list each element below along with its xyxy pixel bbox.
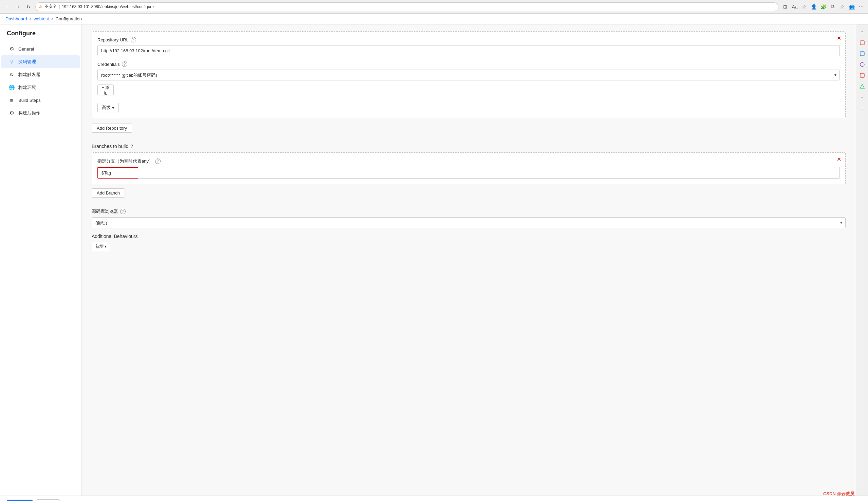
- repository-url-wrapper: [97, 45, 840, 56]
- branches-to-build-section-label: Branches to build ?: [92, 143, 846, 149]
- branch-spec-section: ✕ 指定分支（为空时代表any） ?: [92, 152, 846, 184]
- refresh-button[interactable]: ↻: [24, 3, 33, 11]
- back-button[interactable]: ←: [3, 3, 11, 11]
- more-button[interactable]: ⋯: [857, 3, 865, 11]
- branch-spec-close-button[interactable]: ✕: [835, 156, 843, 163]
- security-warning-icon: ⚠: [39, 4, 42, 9]
- sidebar-label-post-build: 构建后操作: [18, 110, 40, 116]
- credentials-help-icon[interactable]: ?: [122, 62, 127, 67]
- new-button-wrapper: 新增 ▾: [92, 242, 846, 251]
- forward-button[interactable]: →: [13, 3, 22, 11]
- add-repository-wrapper: Add Repository: [92, 124, 846, 138]
- add-branch-wrapper: Add Branch: [92, 188, 846, 203]
- extensions-button[interactable]: 🧩: [819, 3, 827, 11]
- add-branch-label: Add Branch: [97, 190, 120, 195]
- add-repository-button[interactable]: Add Repository: [92, 124, 132, 133]
- svg-rect-1: [860, 52, 864, 56]
- advanced-label: 高级: [102, 105, 111, 111]
- toolbar-icon5: [859, 84, 865, 89]
- icon2-button[interactable]: [857, 49, 867, 58]
- sidebar-label-build-triggers: 构建触发器: [18, 72, 40, 78]
- collections-button[interactable]: ☆: [838, 3, 846, 11]
- add-credentials-button[interactable]: + 添加: [97, 85, 114, 95]
- additional-behaviours-label: Additional Behaviours: [92, 234, 846, 239]
- advanced-wrapper: 高级 ▾: [97, 99, 840, 113]
- advanced-button[interactable]: 高级 ▾: [97, 103, 119, 113]
- svg-point-2: [860, 63, 864, 66]
- split-button[interactable]: ⧉: [829, 3, 837, 11]
- svg-rect-3: [860, 73, 864, 77]
- content-area: ✕ Repository URL ? Credentials ? root/**…: [82, 24, 856, 495]
- translate-button[interactable]: ⊞: [781, 3, 789, 11]
- sidebar-title: Configure: [0, 30, 81, 42]
- sidebar-item-build-triggers[interactable]: ↻ 构建触发器: [1, 68, 80, 81]
- source-browser-help-icon[interactable]: ?: [120, 209, 126, 214]
- icon5-button[interactable]: [857, 82, 867, 91]
- source-browser-label: 源码库浏览器 ?: [92, 209, 846, 214]
- icon1-button[interactable]: [857, 38, 867, 47]
- add-credentials-wrapper: + 添加: [97, 85, 840, 95]
- sidebar-label-build-env: 构建环境: [18, 85, 36, 90]
- sidebar-label-general: General: [18, 46, 34, 52]
- credentials-select[interactable]: root/****** (gitlab的账号密码): [97, 70, 840, 81]
- sidebar-item-post-build[interactable]: ⚙ 构建后操作: [1, 107, 80, 119]
- browser-actions: ⊞ Aa ☆ 👤 🧩 ⧉ ☆ 👥 ⋯: [781, 3, 865, 11]
- breadcrumb-webtest[interactable]: webtest: [34, 16, 49, 21]
- branch-spec-help-icon[interactable]: ?: [155, 159, 161, 164]
- env-icon: 🌐: [8, 85, 15, 90]
- add-branch-button[interactable]: Add Branch: [92, 188, 125, 198]
- separator-1: >: [29, 16, 32, 21]
- credentials-select-wrapper: root/****** (gitlab的账号密码) ▾: [97, 70, 840, 81]
- separator: |: [59, 4, 60, 9]
- steps-icon: ≡: [8, 97, 15, 103]
- repository-section: ✕ Repository URL ? Credentials ? root/**…: [92, 31, 846, 118]
- new-behaviour-button[interactable]: 新增 ▾: [92, 242, 110, 251]
- sidebar-item-build-env[interactable]: 🌐 构建环境: [1, 81, 80, 94]
- add-button[interactable]: +: [857, 92, 867, 102]
- sidebar-item-build-steps[interactable]: ≡ Build Steps: [1, 94, 80, 107]
- breadcrumb-dashboard[interactable]: Dashboard: [6, 16, 27, 21]
- gear-icon: ⚙: [8, 46, 15, 52]
- advanced-chevron-icon: ▾: [112, 105, 115, 110]
- branch-spec-input-left[interactable]: [97, 167, 138, 179]
- scroll-up-button[interactable]: ↑: [857, 27, 867, 37]
- profile2-button[interactable]: 👥: [848, 3, 856, 11]
- url-text: 192.168.93.101:8080/jenkins/job/webtest/…: [62, 4, 154, 9]
- breadcrumb-configuration: Configuration: [56, 16, 82, 21]
- repository-url-input[interactable]: [97, 45, 840, 56]
- save-button[interactable]: 保存: [7, 500, 33, 501]
- separator-2: >: [51, 16, 54, 21]
- repository-close-button[interactable]: ✕: [835, 34, 843, 42]
- icon3-button[interactable]: [857, 60, 867, 69]
- branch-input-group: [97, 167, 840, 179]
- reader-button[interactable]: Aa: [791, 3, 799, 11]
- apply-button[interactable]: 应用: [36, 499, 60, 501]
- main-layout: Configure ⚙ General ⑂ 源码管理 ↻ 构建触发器 🌐 构建环…: [0, 24, 868, 495]
- sidebar-item-general[interactable]: ⚙ General: [1, 42, 80, 55]
- trigger-icon: ↻: [8, 72, 15, 78]
- profile-button[interactable]: 👤: [810, 3, 818, 11]
- repository-url-label: Repository URL ?: [97, 37, 840, 42]
- security-warning-text: 不安全: [44, 4, 57, 10]
- scroll-down-button[interactable]: ↓: [857, 103, 867, 113]
- sidebar-item-source-code[interactable]: ⑂ 源码管理: [1, 55, 80, 68]
- right-toolbar: ↑ + ↓: [856, 24, 868, 495]
- icon4-button[interactable]: [857, 71, 867, 80]
- branch-spec-label: 指定分支（为空时代表any） ?: [97, 158, 840, 164]
- favorites-star-button[interactable]: ☆: [800, 3, 808, 11]
- address-bar[interactable]: ⚠ 不安全 | 192.168.93.101:8080/jenkins/job/…: [35, 2, 779, 11]
- svg-rect-0: [860, 41, 864, 45]
- branch-icon: ⑂: [8, 59, 15, 65]
- sidebar-label-source-code: 源码管理: [18, 59, 36, 65]
- source-browser-select[interactable]: (自动): [92, 217, 846, 228]
- add-credentials-label: + 添加: [102, 85, 109, 96]
- toolbar-icon4: [859, 73, 865, 78]
- new-button-label: 新增 ▾: [95, 244, 107, 249]
- add-repository-label: Add Repository: [97, 126, 127, 131]
- credentials-label: Credentials ?: [97, 62, 840, 67]
- repo-url-help-icon[interactable]: ?: [131, 37, 136, 42]
- branch-spec-input-right[interactable]: [138, 167, 840, 179]
- breadcrumb: Dashboard > webtest > Configuration: [0, 13, 868, 24]
- branches-help-icon[interactable]: ?: [130, 143, 133, 149]
- bottom-bar: 保存 应用: [0, 495, 868, 501]
